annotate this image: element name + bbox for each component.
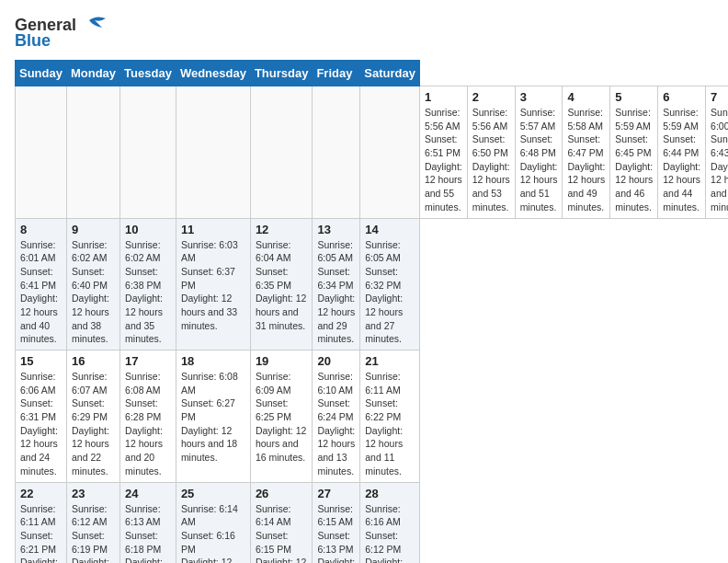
calendar-cell: 8Sunrise: 6:01 AMSunset: 6:41 PMDaylight… — [16, 218, 67, 350]
day-info: Sunrise: 6:08 AMSunset: 6:28 PMDaylight:… — [125, 370, 171, 478]
calendar-cell — [250, 86, 313, 219]
calendar-cell: 24Sunrise: 6:13 AMSunset: 6:18 PMDayligh… — [120, 482, 176, 563]
day-number: 26 — [256, 487, 308, 500]
day-info: Sunrise: 6:15 AMSunset: 6:13 PMDaylight:… — [317, 502, 355, 564]
day-info: Sunrise: 6:14 AMSunset: 6:15 PMDaylight:… — [256, 502, 308, 564]
day-number: 1 — [425, 90, 462, 104]
calendar-cell: 26Sunrise: 6:14 AMSunset: 6:15 PMDayligh… — [250, 482, 313, 563]
calendar-header-sunday: Sunday — [16, 61, 67, 86]
day-number: 3 — [520, 90, 558, 104]
calendar-cell: 13Sunrise: 6:05 AMSunset: 6:34 PMDayligh… — [313, 218, 360, 350]
day-info: Sunrise: 6:00 AMSunset: 6:43 PMDaylight:… — [711, 106, 728, 214]
calendar-cell: 12Sunrise: 6:04 AMSunset: 6:35 PMDayligh… — [250, 218, 313, 350]
day-number: 19 — [256, 354, 308, 368]
day-number: 28 — [365, 487, 415, 500]
calendar-header-thursday: Thursday — [250, 61, 313, 86]
day-info: Sunrise: 6:11 AMSunset: 6:22 PMDaylight:… — [365, 370, 415, 478]
day-info: Sunrise: 6:05 AMSunset: 6:34 PMDaylight:… — [317, 238, 355, 347]
calendar-cell: 15Sunrise: 6:06 AMSunset: 6:31 PMDayligh… — [16, 350, 67, 483]
calendar-cell — [313, 86, 360, 219]
day-info: Sunrise: 6:01 AMSunset: 6:41 PMDaylight:… — [20, 238, 62, 347]
calendar-cell: 18Sunrise: 6:08 AMSunset: 6:27 PMDayligh… — [176, 350, 250, 483]
calendar-cell: 2Sunrise: 5:56 AMSunset: 6:50 PMDaylight… — [467, 86, 515, 219]
day-info: Sunrise: 5:57 AMSunset: 6:48 PMDaylight:… — [520, 106, 558, 214]
calendar-cell: 5Sunrise: 5:59 AMSunset: 6:45 PMDaylight… — [610, 86, 658, 219]
day-info: Sunrise: 5:58 AMSunset: 6:47 PMDaylight:… — [567, 106, 605, 214]
day-number: 25 — [181, 487, 245, 500]
calendar-cell: 1Sunrise: 5:56 AMSunset: 6:51 PMDaylight… — [419, 86, 467, 219]
day-number: 7 — [711, 90, 728, 104]
day-number: 23 — [72, 487, 115, 500]
day-info: Sunrise: 6:02 AMSunset: 6:40 PMDaylight:… — [72, 238, 115, 347]
logo-bird-icon — [80, 15, 108, 35]
calendar-cell — [120, 86, 176, 219]
calendar-cell — [176, 86, 250, 219]
calendar-cell: 11Sunrise: 6:03 AMSunset: 6:37 PMDayligh… — [176, 218, 250, 350]
calendar-header-wednesday: Wednesday — [176, 61, 250, 86]
day-info: Sunrise: 6:08 AMSunset: 6:27 PMDaylight:… — [181, 370, 245, 465]
day-info: Sunrise: 6:14 AMSunset: 6:16 PMDaylight:… — [181, 502, 245, 564]
calendar-cell: 25Sunrise: 6:14 AMSunset: 6:16 PMDayligh… — [176, 482, 250, 563]
day-info: Sunrise: 6:02 AMSunset: 6:38 PMDaylight:… — [125, 238, 171, 347]
day-number: 4 — [567, 90, 605, 104]
day-info: Sunrise: 5:56 AMSunset: 6:51 PMDaylight:… — [425, 106, 462, 214]
calendar-cell: 20Sunrise: 6:10 AMSunset: 6:24 PMDayligh… — [313, 350, 360, 483]
calendar-cell: 23Sunrise: 6:12 AMSunset: 6:19 PMDayligh… — [66, 482, 119, 563]
day-number: 17 — [125, 354, 171, 368]
day-info: Sunrise: 6:09 AMSunset: 6:25 PMDaylight:… — [256, 370, 308, 465]
day-info: Sunrise: 5:59 AMSunset: 6:44 PMDaylight:… — [663, 106, 700, 214]
day-number: 12 — [256, 223, 308, 236]
calendar-cell: 6Sunrise: 5:59 AMSunset: 6:44 PMDaylight… — [658, 86, 706, 219]
calendar-week-3: 15Sunrise: 6:06 AMSunset: 6:31 PMDayligh… — [16, 350, 729, 483]
day-info: Sunrise: 5:56 AMSunset: 6:50 PMDaylight:… — [472, 106, 510, 214]
calendar-week-4: 22Sunrise: 6:11 AMSunset: 6:21 PMDayligh… — [16, 482, 729, 563]
calendar-cell: 27Sunrise: 6:15 AMSunset: 6:13 PMDayligh… — [313, 482, 360, 563]
calendar-body: 1Sunrise: 5:56 AMSunset: 6:51 PMDaylight… — [16, 86, 729, 564]
day-number: 6 — [663, 90, 700, 104]
calendar-header-friday: Friday — [313, 61, 360, 86]
calendar-cell: 21Sunrise: 6:11 AMSunset: 6:22 PMDayligh… — [360, 350, 420, 483]
day-info: Sunrise: 6:11 AMSunset: 6:21 PMDaylight:… — [20, 502, 62, 564]
day-info: Sunrise: 6:07 AMSunset: 6:29 PMDaylight:… — [72, 370, 115, 478]
day-number: 11 — [181, 223, 245, 236]
calendar-cell: 3Sunrise: 5:57 AMSunset: 6:48 PMDaylight… — [515, 86, 563, 219]
calendar-cell: 4Sunrise: 5:58 AMSunset: 6:47 PMDaylight… — [563, 86, 610, 219]
calendar-header-row: SundayMondayTuesdayWednesdayThursdayFrid… — [16, 61, 729, 86]
calendar-cell: 10Sunrise: 6:02 AMSunset: 6:38 PMDayligh… — [120, 218, 176, 350]
day-number: 21 — [365, 354, 415, 368]
calendar-cell: 22Sunrise: 6:11 AMSunset: 6:21 PMDayligh… — [16, 482, 67, 563]
day-info: Sunrise: 6:16 AMSunset: 6:12 PMDaylight:… — [365, 502, 415, 564]
day-number: 9 — [72, 223, 115, 236]
calendar-cell: 17Sunrise: 6:08 AMSunset: 6:28 PMDayligh… — [120, 350, 176, 483]
calendar-header-tuesday: Tuesday — [120, 61, 176, 86]
logo-text-blue: Blue — [15, 31, 51, 51]
calendar-cell — [66, 86, 119, 219]
day-number: 5 — [615, 90, 653, 104]
day-number: 14 — [365, 223, 415, 236]
day-number: 22 — [20, 487, 62, 500]
calendar-header-monday: Monday — [66, 61, 119, 86]
calendar-cell: 19Sunrise: 6:09 AMSunset: 6:25 PMDayligh… — [250, 350, 313, 483]
day-number: 2 — [472, 90, 510, 104]
calendar-week-1: 1Sunrise: 5:56 AMSunset: 6:51 PMDaylight… — [16, 86, 729, 219]
day-number: 10 — [125, 223, 171, 236]
calendar-cell: 28Sunrise: 6:16 AMSunset: 6:12 PMDayligh… — [360, 482, 420, 563]
day-info: Sunrise: 5:59 AMSunset: 6:45 PMDaylight:… — [615, 106, 653, 214]
calendar-cell: 9Sunrise: 6:02 AMSunset: 6:40 PMDaylight… — [66, 218, 119, 350]
calendar-week-2: 8Sunrise: 6:01 AMSunset: 6:41 PMDaylight… — [16, 218, 729, 350]
day-number: 16 — [72, 354, 115, 368]
calendar-cell — [360, 86, 420, 219]
calendar-cell — [16, 86, 67, 219]
day-number: 24 — [125, 487, 171, 500]
day-number: 20 — [317, 354, 355, 368]
day-info: Sunrise: 6:03 AMSunset: 6:37 PMDaylight:… — [181, 238, 245, 333]
calendar-header-saturday: Saturday — [360, 61, 420, 86]
day-info: Sunrise: 6:05 AMSunset: 6:32 PMDaylight:… — [365, 238, 415, 347]
calendar-cell: 16Sunrise: 6:07 AMSunset: 6:29 PMDayligh… — [66, 350, 119, 483]
day-info: Sunrise: 6:10 AMSunset: 6:24 PMDaylight:… — [317, 370, 355, 478]
calendar-cell: 7Sunrise: 6:00 AMSunset: 6:43 PMDaylight… — [706, 86, 728, 219]
day-info: Sunrise: 6:04 AMSunset: 6:35 PMDaylight:… — [256, 238, 308, 333]
logo: General Blue — [15, 15, 108, 51]
day-number: 13 — [317, 223, 355, 236]
day-number: 15 — [20, 354, 62, 368]
